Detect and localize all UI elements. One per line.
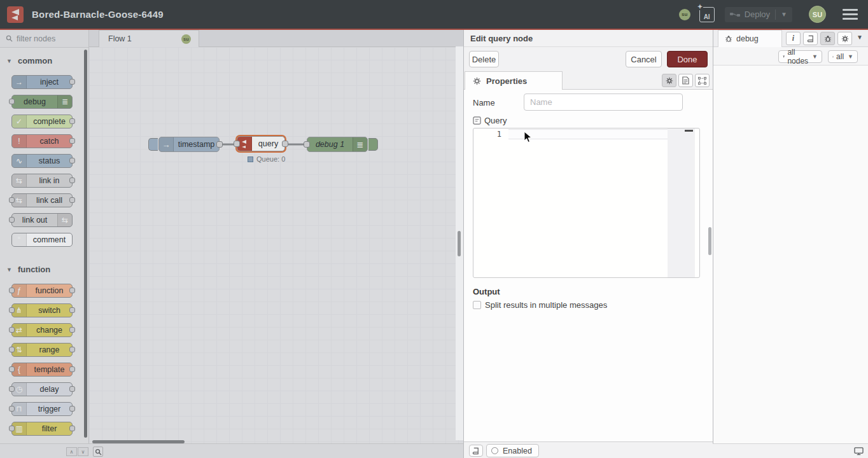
catch-icon: ! [12, 135, 27, 148]
main-menu-icon[interactable] [843, 9, 858, 20]
palette-collapse-all-button[interactable]: ∧ [66, 447, 77, 456]
chevron-down-icon: ▼ [6, 267, 12, 273]
chevron-down-icon: ▼ [6, 58, 12, 64]
search-icon [95, 448, 102, 455]
canvas-horizontal-scrollbar[interactable] [92, 440, 185, 443]
sidebar-info-button[interactable]: i [786, 32, 801, 45]
debug-filter-row: all nodes ▼ all ▼ [713, 47, 868, 66]
ai-assistant-icon[interactable]: ✦ AI [699, 7, 715, 22]
inject-icon: → [12, 76, 27, 88]
node-help-button[interactable] [469, 445, 483, 457]
palette-node-switch[interactable]: ⋔switch [11, 303, 73, 317]
output-port[interactable] [282, 141, 288, 147]
cancel-button[interactable]: Cancel [626, 51, 662, 67]
node-label: debug 1 [307, 137, 353, 151]
input-port[interactable] [234, 141, 240, 147]
flow-node-timestamp[interactable]: →timestamp [158, 137, 220, 152]
user-avatar[interactable]: SU [809, 6, 826, 23]
flow-node-query[interactable]: query [237, 136, 285, 151]
canvas-navigator-button[interactable] [93, 447, 103, 457]
enabled-indicator-icon [491, 447, 498, 454]
sidebar-help-button[interactable] [803, 32, 818, 45]
palette-node-comment[interactable]: “comment [11, 233, 73, 247]
bug-icon [824, 35, 832, 43]
name-label: Name [473, 98, 495, 108]
palette-filter[interactable]: filter nodes [0, 30, 88, 48]
debug-clear-button[interactable]: all ▼ [828, 50, 858, 63]
debug-filter-nodes-button[interactable]: all nodes ▼ [778, 50, 822, 63]
palette-node-change[interactable]: ⇄change [11, 323, 73, 337]
tray-content: Name Query 1 Output Split results in mul… [464, 90, 713, 441]
mouse-cursor [524, 131, 533, 144]
palette-node-function[interactable]: ƒfunction [11, 284, 73, 298]
delete-button[interactable]: Delete [469, 51, 499, 67]
palette-node-complete[interactable]: ✓complete [11, 114, 73, 128]
flow-tab[interactable]: Flow 1 su [99, 30, 199, 47]
open-dashboard-button[interactable] [852, 446, 865, 457]
wires [89, 47, 463, 443]
input-port [9, 197, 15, 203]
split-results-checkbox[interactable] [473, 301, 481, 309]
chevron-down-icon[interactable]: ▼ [855, 34, 865, 41]
palette-node-range[interactable]: ⇅range [11, 343, 73, 357]
edit-description-button[interactable] [678, 74, 693, 87]
tray-scrollbar[interactable] [708, 227, 711, 255]
output-port [69, 386, 75, 392]
input-port[interactable] [304, 141, 310, 148]
name-input[interactable] [524, 94, 683, 111]
flow-node-debug-1[interactable]: ≣debug 1 [307, 137, 368, 152]
sidebar-config-button[interactable] [837, 32, 852, 45]
node-label: query [252, 137, 284, 151]
palette-node-catch[interactable]: !catch [11, 134, 73, 148]
debug-1-node-button[interactable] [368, 138, 378, 151]
gear-icon [666, 77, 673, 85]
palette-node-debug[interactable]: ≣debug [11, 95, 73, 109]
inject-icon: → [159, 137, 174, 151]
editor-minimap[interactable] [668, 128, 695, 277]
query-code-editor[interactable]: 1 [473, 128, 700, 278]
palette-node-label: inject [27, 76, 72, 88]
input-port [9, 426, 15, 431]
palette-category-label: function [18, 265, 50, 274]
palette-category-header-common[interactable]: ▼common [0, 48, 88, 73]
output-port[interactable] [216, 141, 223, 148]
output-port [69, 307, 75, 313]
palette-node-filter[interactable]: ▥filter [11, 422, 73, 436]
node-red-editor: Bored-Barnacle-Goose-6449 su ✦ AI Deploy… [0, 0, 868, 458]
input-port [9, 217, 15, 223]
node-status: Queue: 0 [248, 155, 285, 163]
palette-node-link-out[interactable]: ⇆link out [11, 213, 73, 227]
palette-node-label: debug [12, 95, 57, 108]
sidebar-debug-button[interactable] [820, 32, 835, 45]
palette-node-status[interactable]: ∿status [11, 154, 73, 168]
chevron-down-icon[interactable]: ▼ [781, 11, 787, 18]
debug-messages-panel[interactable] [713, 66, 868, 443]
tab-debug[interactable]: debug [718, 30, 782, 47]
input-port [9, 347, 15, 352]
edit-properties-button[interactable] [662, 74, 676, 87]
palette-scrollbar[interactable] [84, 50, 87, 438]
deploy-button[interactable]: Deploy ▼ [725, 7, 792, 22]
palette-node-trigger[interactable]: ⊓trigger [11, 402, 73, 416]
flow-canvas[interactable]: →timestampqueryQueue: 0≣debug 1 [89, 47, 463, 443]
info-icon: i [792, 34, 794, 43]
palette-node-link-call[interactable]: ⇆link call [11, 193, 73, 207]
palette-node-delay[interactable]: ◷delay [11, 382, 73, 396]
output-port [69, 79, 75, 85]
node-appearance-button[interactable] [695, 74, 710, 87]
palette-filter-placeholder: filter nodes [17, 34, 55, 43]
done-button[interactable]: Done [667, 51, 708, 67]
palette-node-inject[interactable]: →inject [11, 75, 73, 89]
sidebar-footer [713, 443, 868, 458]
collaborator-avatar[interactable]: su [679, 9, 690, 20]
canvas-vertical-scrollbar[interactable] [456, 46, 463, 440]
output-port [69, 327, 75, 333]
timestamp-node-button[interactable] [148, 138, 158, 151]
node-enabled-toggle[interactable]: Enabled [486, 444, 539, 457]
palette-category-header-function[interactable]: ▼function [0, 256, 88, 281]
palette-node-template[interactable]: {template [11, 363, 73, 377]
palette-node-link-in[interactable]: ⇆link in [11, 174, 73, 188]
tray-tabs: Properties [464, 71, 713, 90]
tab-properties[interactable]: Properties [465, 71, 563, 90]
palette-expand-all-button[interactable]: ∨ [78, 447, 88, 456]
